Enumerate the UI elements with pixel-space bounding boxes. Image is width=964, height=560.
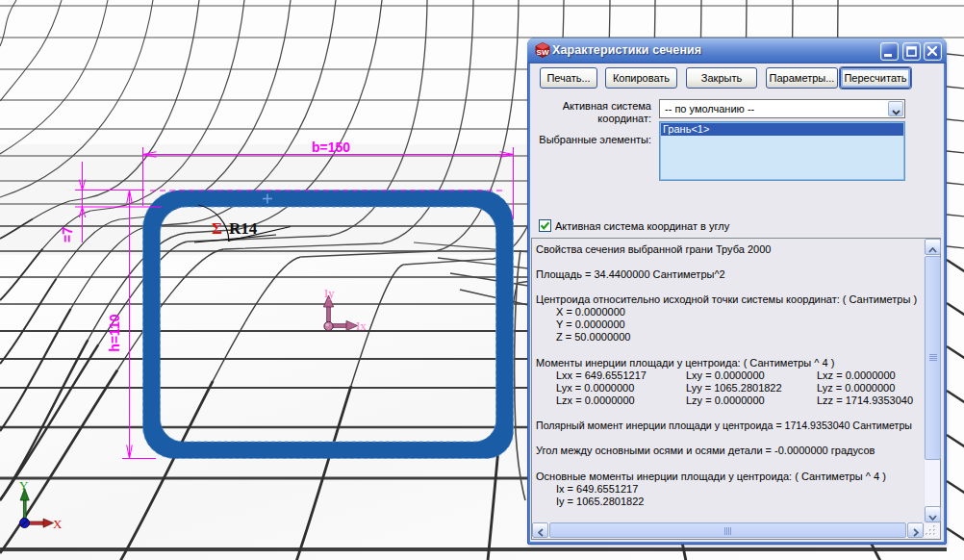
svg-text:Ix: Ix xyxy=(356,318,367,333)
svg-text:Σ: Σ xyxy=(212,219,222,238)
svg-text:=7: =7 xyxy=(60,227,75,242)
svg-text:R14: R14 xyxy=(229,219,258,238)
svg-text:Iy: Iy xyxy=(324,286,335,300)
svg-text:h=110: h=110 xyxy=(107,314,122,352)
svg-text:Y: Y xyxy=(19,478,29,493)
svg-text:b=150: b=150 xyxy=(312,140,350,155)
svg-text:SW: SW xyxy=(537,48,549,57)
svg-text:X: X xyxy=(53,517,63,531)
